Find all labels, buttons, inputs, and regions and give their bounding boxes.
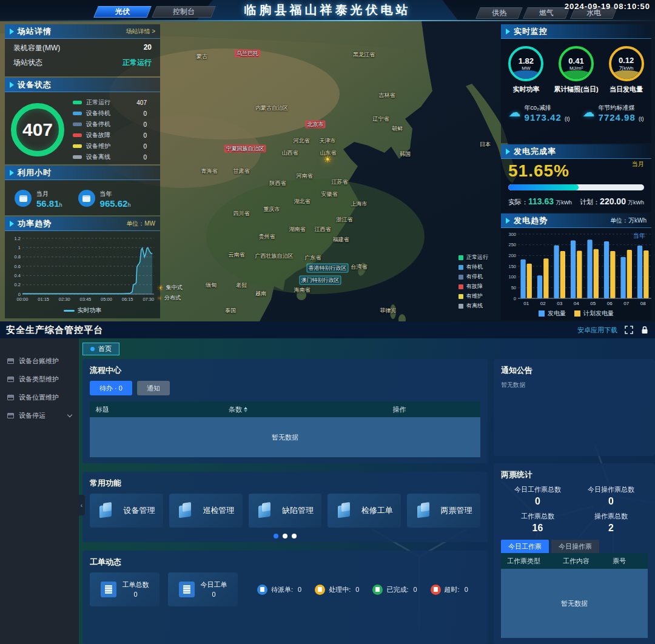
sort-icon[interactable]	[244, 407, 247, 412]
generation-bar-chart: 0501001502002503000102030405060708	[502, 230, 650, 309]
carousel-dots	[90, 534, 480, 538]
panel-header: 发电完成率	[501, 144, 651, 159]
home-tab-dot	[90, 347, 95, 351]
sidebar-item-device-shutdown[interactable]: 设备停运	[0, 406, 79, 424]
arrow-icon	[506, 218, 510, 224]
legend-swatch	[458, 294, 463, 299]
func-defect-management[interactable]: 缺陷管理	[249, 494, 322, 528]
cube-icon	[177, 501, 195, 520]
stat-today-work-tickets: 今日工作票总数0	[501, 485, 574, 507]
svg-text:05: 05	[590, 301, 596, 306]
svg-text:06:15: 06:15	[122, 297, 133, 302]
panel-station-detail: 场站详情 场站详情 > 装机容量(MW) 20 场站状态 正常运行	[5, 24, 160, 76]
svg-text:03: 03	[557, 301, 562, 306]
panel-header: 实时监控	[501, 24, 651, 39]
panel-realtime-monitor: 实时监控 1.82MW 实时功率 0.41MJ/m² 累计辐照(当日) 0.12…	[501, 24, 651, 143]
legend-swatch	[73, 155, 82, 159]
station-sun-marker[interactable]: ☀	[321, 153, 334, 166]
sidebar-item-device-ledger[interactable]: 设备台账维护	[0, 352, 79, 370]
legend-swatch	[458, 265, 463, 270]
svg-text:50: 50	[511, 285, 516, 290]
panel-header: 场站详情 场站详情 >	[5, 24, 160, 39]
generation-chart-legend: 发电量 计划发电量	[501, 309, 651, 318]
title-banner: 临朐县福山祥泰光伏电站	[197, 0, 458, 20]
legend-swatch	[458, 275, 463, 280]
device-icon	[7, 377, 14, 382]
svg-text:150: 150	[508, 264, 516, 269]
sidebar-collapse-handle[interactable]: ‹	[78, 495, 85, 515]
stat-total-op-tickets: 操作票总数2	[574, 512, 648, 534]
platform-main: 首页 流程中心 待办 · 0 通知 标题	[79, 338, 655, 644]
legend-swatch-yellow	[574, 310, 580, 317]
android-download-link[interactable]: 安卓应用下载	[577, 326, 617, 335]
card-work-orders: 工单动态 工单总数0 今日工单0	[82, 551, 488, 644]
svg-text:01: 01	[523, 301, 529, 306]
cube-icon	[336, 501, 354, 520]
notify-tab-button[interactable]: 通知	[137, 381, 170, 395]
arrow-icon	[506, 149, 510, 155]
completion-progressbar	[508, 184, 644, 190]
completion-percent: 51.65%	[508, 161, 644, 181]
func-repair-workorder[interactable]: 检修工单	[328, 494, 401, 528]
cloud-icon: ☁	[509, 106, 521, 118]
page-title: 临朐县福山祥泰光伏电站	[244, 2, 411, 18]
tab-console[interactable]: 控制台	[152, 6, 216, 18]
func-inspection-management[interactable]: 巡检管理	[169, 494, 243, 528]
workorder-today-card[interactable]: 今日工单0	[168, 572, 238, 606]
svg-text:01:15: 01:15	[38, 297, 49, 302]
cube-icon	[415, 501, 434, 520]
map-legend-item: 有待机	[458, 263, 488, 271]
clipboard-icon	[372, 585, 383, 595]
capacity-value: 20	[144, 43, 152, 53]
legend-item: 设备离线0	[73, 153, 155, 161]
ticket-stats-grid: 今日工作票总数0 今日操作票总数0 工作票总数16 操作票总数2	[501, 485, 648, 534]
planned-generation: 计划：220.00 万kWh	[580, 196, 644, 207]
func-two-ticket-management[interactable]: 两票管理	[407, 494, 480, 528]
arrow-icon	[10, 82, 14, 88]
map-legend-item: 有维护	[458, 292, 488, 300]
process-table-header: 标题 条数 操作	[90, 401, 480, 417]
card-notice: 通知公告 暂无数据	[494, 359, 655, 456]
legend-swatch-blue	[539, 310, 545, 317]
panel-header: 功率趋势 单位：MW	[5, 216, 160, 231]
usage-year: 当年 965.62h	[78, 187, 131, 209]
workorder-total-card[interactable]: 工单总数0	[90, 572, 160, 606]
panel-header: 设备状态	[5, 78, 160, 92]
fullscreen-icon[interactable]	[625, 326, 633, 334]
lock-icon[interactable]	[640, 326, 649, 334]
tab-heating[interactable]: 供热	[475, 7, 523, 19]
station-detail-link[interactable]: 场站详情 >	[126, 27, 155, 36]
carousel-dot[interactable]	[292, 534, 297, 538]
chip-processing: 处理中:0	[315, 585, 359, 595]
datetime-display: 2024-09-19 08:10:50	[565, 2, 650, 11]
map-legend-item: 有离线	[458, 302, 488, 310]
station-status-value: 正常运行	[123, 58, 152, 68]
map-legend-item: 有故障	[458, 283, 488, 290]
coal-saving-stat: ☁ 年节约标准煤 7724.98 (t)	[583, 101, 644, 123]
carousel-dot[interactable]	[274, 534, 278, 538]
tab-today-op-tickets[interactable]: 今日操作票	[551, 540, 599, 553]
svg-text:03:45: 03:45	[79, 297, 91, 302]
svg-text:05:00: 05:00	[101, 297, 112, 302]
map-legend-item: 有停机	[458, 273, 488, 281]
card-process-center: 流程中心 待办 · 0 通知 标题 条数 操作 暂无数据	[82, 359, 488, 463]
tab-gas[interactable]: 燃气	[523, 7, 570, 19]
todo-tab-button[interactable]: 待办 · 0	[90, 381, 132, 395]
svg-text:0.2: 0.2	[15, 282, 21, 287]
process-empty-state: 暂无数据	[90, 417, 480, 457]
arrow-icon	[10, 170, 14, 176]
tab-today-work-tickets[interactable]: 今日工作票	[501, 540, 549, 553]
panel-header: 发电趋势 单位：万kWh	[501, 213, 651, 228]
pv-dashboard: 蒙古乌兰巴托黑龙江省吉林省辽宁省内蒙古自治区北京市河北省天津市山西省山东省宁夏回…	[0, 0, 655, 321]
sidebar-item-device-type[interactable]: 设备类型维护	[0, 370, 79, 388]
tab-home[interactable]: 首页	[82, 343, 119, 355]
tab-photovoltaic[interactable]: 光伏	[93, 6, 152, 18]
carousel-dot[interactable]	[283, 534, 287, 538]
map-legend-item: 正常运行	[458, 253, 488, 261]
cube-icon	[257, 501, 275, 520]
func-device-management[interactable]: 设备管理	[90, 494, 163, 528]
safety-platform: 安全生产综合管控平台 安卓应用下载 设备台账维护 设备类型维护 设备位置维护 设…	[0, 321, 655, 644]
legend-swatch	[73, 144, 82, 148]
cube-icon	[98, 501, 116, 520]
sidebar-item-device-location[interactable]: 设备位置维护	[0, 388, 79, 406]
